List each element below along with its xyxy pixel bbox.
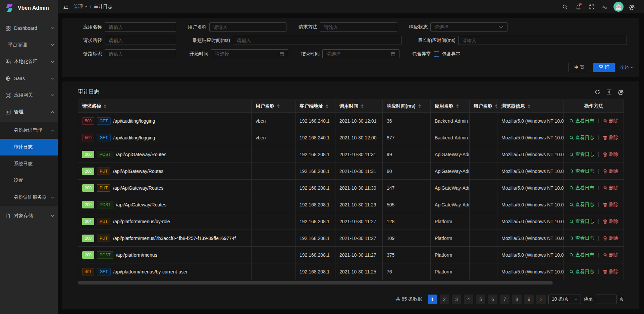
sidebar-item-本地化管理[interactable]: 本地化管理: [0, 55, 58, 68]
pagination-page-5[interactable]: 5: [476, 295, 485, 304]
sort-icon[interactable]: [528, 104, 530, 108]
delete-button[interactable]: 删除: [603, 151, 619, 158]
sort-icon[interactable]: [456, 104, 459, 108]
最长响应时间(ms)-input[interactable]: [462, 36, 623, 45]
pagination-page-8[interactable]: 8: [512, 295, 522, 304]
响应状态-select[interactable]: 请选择: [430, 22, 507, 32]
fullscreen-icon[interactable]: [585, 0, 598, 13]
pagination-page-3[interactable]: 3: [452, 295, 461, 304]
view-log-button[interactable]: 查看日志: [569, 168, 594, 174]
结束时间-datepicker[interactable]: 请选择: [322, 49, 399, 58]
链路标识-input[interactable]: [109, 50, 172, 58]
pagination-page-4[interactable]: 4: [464, 295, 473, 304]
sidebar-item-应用网关[interactable]: 应用网关: [0, 88, 58, 102]
view-log-button[interactable]: 查看日志: [569, 185, 594, 191]
reset-button[interactable]: 重 置: [569, 63, 590, 72]
horizontal-scrollbar[interactable]: [78, 281, 624, 285]
user-avatar[interactable]: [612, 0, 625, 13]
pagination-page-1[interactable]: 1: [428, 295, 437, 304]
pagination-page-2[interactable]: 2: [440, 295, 449, 304]
include-exception-checkbox[interactable]: [434, 51, 439, 57]
app-logo[interactable]: Vben Admin: [0, 0, 58, 16]
column-header-应用名称[interactable]: 应用名称: [431, 100, 470, 113]
column-header-响应时间(ms)[interactable]: 响应时间(ms): [383, 100, 431, 113]
sidebar-item-审计日志[interactable]: 审计日志: [0, 139, 58, 155]
sidebar-item-身份认证服务器[interactable]: 身份认证服务器: [0, 189, 58, 206]
main-area: 管理 / 审计日志 文A 应用名称用户名称请求方法响应状态请选择请求路径最短响应…: [58, 0, 644, 314]
delete-button[interactable]: 删除: [603, 185, 619, 191]
sidebar-item-管理[interactable]: 管理: [0, 105, 58, 119]
settings-icon[interactable]: [618, 89, 624, 95]
开始时间-datepicker[interactable]: 请选择: [211, 49, 288, 58]
sort-icon[interactable]: [495, 104, 497, 108]
view-log-button[interactable]: 查看日志: [569, 218, 594, 225]
column-header-用户名称[interactable]: 用户名称: [252, 100, 296, 113]
sidebar-item-身份标识管理[interactable]: 身份标识管理: [0, 122, 58, 139]
cell-response-time: 99: [383, 146, 431, 163]
delete-button[interactable]: 删除: [603, 218, 619, 225]
table-row: 500GET/api/auditing/loggingvben192.168.2…: [78, 113, 624, 129]
filter-field-应用名称: 应用名称: [68, 22, 176, 32]
sidebar-item-平台管理[interactable]: 平台管理: [0, 38, 58, 52]
sidebar-item-label: 身份认证服务器: [14, 194, 47, 200]
view-log-button[interactable]: 查看日志: [569, 135, 594, 141]
request-path-content: 500GET/api/auditing/logging: [82, 134, 247, 141]
page-size-select[interactable]: 10 条/页: [548, 295, 581, 304]
column-header-租户名称[interactable]: 租户名称: [470, 100, 497, 113]
notification-icon[interactable]: [572, 0, 585, 13]
sidebar-item-系统日志[interactable]: 系统日志: [0, 155, 58, 172]
view-log-button[interactable]: 查看日志: [569, 252, 594, 258]
column-header-客户端地址[interactable]: 客户端地址: [296, 100, 335, 113]
sort-icon[interactable]: [277, 104, 280, 108]
breadcrumb-root[interactable]: 管理: [73, 4, 88, 10]
sidebar-collapse-icon[interactable]: [63, 4, 69, 10]
sidebar-item-Dashboard[interactable]: Dashboard: [0, 21, 58, 35]
sort-icon[interactable]: [418, 104, 421, 108]
column-header-请求路径[interactable]: 请求路径: [78, 100, 252, 113]
view-log-button[interactable]: 查看日志: [569, 269, 594, 275]
refresh-icon[interactable]: [595, 89, 600, 95]
cell-client-address: 192.168.208.1: [296, 247, 335, 263]
column-header-调用时间[interactable]: 调用时间: [335, 100, 383, 113]
sidebar-item-Saas[interactable]: Saas: [0, 72, 58, 85]
search-icon[interactable]: [558, 0, 572, 13]
cell-app-name: Platform: [431, 213, 470, 230]
sidebar-item-对象存储[interactable]: 对象存储: [0, 209, 58, 223]
scrollbar-thumb[interactable]: [78, 281, 553, 285]
locale-icon[interactable]: 文A: [598, 0, 612, 13]
pagination-page-7[interactable]: 7: [500, 295, 509, 304]
view-log-button[interactable]: 查看日志: [569, 235, 594, 241]
request-path-content: 200PUT/api/ApiGateway/Routes: [82, 168, 247, 175]
用户名称-input[interactable]: [213, 23, 282, 31]
delete-button[interactable]: 删除: [603, 168, 619, 174]
delete-button[interactable]: 删除: [603, 135, 619, 141]
view-log-button[interactable]: 查看日志: [569, 151, 594, 158]
delete-button[interactable]: 删除: [603, 235, 619, 241]
delete-button[interactable]: 删除: [603, 118, 619, 124]
pagination-page-9[interactable]: 9: [524, 295, 534, 304]
sidebar-item-设置[interactable]: 设置: [0, 172, 58, 189]
请求方法-input[interactable]: [324, 23, 393, 31]
pagination-page-6[interactable]: 6: [488, 295, 497, 304]
view-log-button[interactable]: 查看日志: [569, 202, 594, 208]
sort-icon[interactable]: [361, 104, 364, 108]
delete-button[interactable]: 删除: [603, 202, 619, 208]
sort-icon[interactable]: [326, 104, 328, 108]
应用名称-input[interactable]: [109, 23, 172, 31]
column-header-浏览器信息[interactable]: 浏览器信息: [497, 100, 564, 113]
最短响应时间(ms)-input[interactable]: [237, 36, 397, 45]
method-badge: PUT: [97, 218, 110, 225]
请求路径-input[interactable]: [109, 36, 172, 45]
view-log-label: 查看日志: [576, 235, 594, 241]
settings-icon[interactable]: [625, 0, 639, 13]
view-log-button[interactable]: 查看日志: [569, 118, 594, 124]
pagination-next-button[interactable]: >: [536, 295, 546, 304]
sort-caret-down: [277, 107, 280, 108]
sort-icon[interactable]: [104, 104, 106, 108]
collapse-filter-link[interactable]: 收起: [620, 64, 634, 70]
column-height-icon[interactable]: [606, 89, 612, 95]
jump-page-input[interactable]: [596, 295, 616, 304]
delete-button[interactable]: 删除: [603, 252, 619, 258]
delete-button[interactable]: 删除: [603, 269, 619, 275]
search-button[interactable]: 查 询: [593, 63, 615, 72]
